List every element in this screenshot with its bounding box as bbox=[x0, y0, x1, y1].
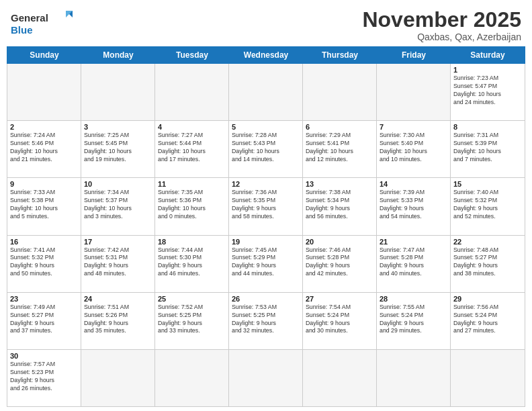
cell-info: Sunrise: 7:55 AM Sunset: 5:24 PM Dayligh… bbox=[380, 304, 447, 336]
calendar-row-1: 2Sunrise: 7:24 AM Sunset: 5:46 PM Daylig… bbox=[7, 121, 525, 178]
calendar-cell: 15Sunrise: 7:40 AM Sunset: 5:32 PM Dayli… bbox=[451, 178, 525, 234]
cell-info: Sunrise: 7:33 AM Sunset: 5:38 PM Dayligh… bbox=[10, 189, 78, 221]
cell-info: Sunrise: 7:51 AM Sunset: 5:26 PM Dayligh… bbox=[84, 304, 152, 336]
day-number: 19 bbox=[232, 238, 300, 246]
cell-info: Sunrise: 7:25 AM Sunset: 5:45 PM Dayligh… bbox=[84, 132, 152, 164]
calendar-cell bbox=[229, 64, 303, 120]
calendar-cell bbox=[7, 64, 81, 120]
calendar-cell bbox=[377, 64, 451, 120]
day-number: 3 bbox=[84, 123, 152, 131]
calendar-cell: 5Sunrise: 7:28 AM Sunset: 5:43 PM Daylig… bbox=[229, 121, 303, 177]
cell-info: Sunrise: 7:34 AM Sunset: 5:37 PM Dayligh… bbox=[84, 189, 152, 221]
day-number: 11 bbox=[158, 180, 226, 188]
calendar-row-0: 1Sunrise: 7:23 AM Sunset: 5:47 PM Daylig… bbox=[7, 64, 525, 121]
cell-info: Sunrise: 7:23 AM Sunset: 5:47 PM Dayligh… bbox=[453, 75, 522, 107]
day-number: 1 bbox=[453, 66, 522, 74]
calendar: SundayMondayTuesdayWednesdayThursdayFrid… bbox=[0, 46, 532, 411]
calendar-cell: 17Sunrise: 7:42 AM Sunset: 5:31 PM Dayli… bbox=[81, 236, 155, 292]
weekday-header-wednesday: Wednesday bbox=[229, 47, 303, 63]
calendar-cell: 21Sunrise: 7:47 AM Sunset: 5:28 PM Dayli… bbox=[377, 236, 451, 292]
day-number: 26 bbox=[232, 295, 300, 303]
day-number: 10 bbox=[84, 180, 152, 188]
cell-info: Sunrise: 7:45 AM Sunset: 5:29 PM Dayligh… bbox=[232, 246, 300, 279]
day-number: 24 bbox=[84, 295, 152, 303]
calendar-cell: 19Sunrise: 7:45 AM Sunset: 5:29 PM Dayli… bbox=[229, 236, 303, 292]
calendar-cell: 14Sunrise: 7:39 AM Sunset: 5:33 PM Dayli… bbox=[377, 178, 451, 234]
day-number: 8 bbox=[453, 123, 522, 131]
cell-info: Sunrise: 7:42 AM Sunset: 5:31 PM Dayligh… bbox=[84, 246, 152, 279]
cell-info: Sunrise: 7:49 AM Sunset: 5:27 PM Dayligh… bbox=[10, 304, 78, 336]
cell-info: Sunrise: 7:53 AM Sunset: 5:25 PM Dayligh… bbox=[232, 304, 300, 336]
cell-info: Sunrise: 7:56 AM Sunset: 5:24 PM Dayligh… bbox=[453, 304, 522, 336]
day-number: 5 bbox=[232, 123, 300, 131]
day-number: 2 bbox=[10, 123, 78, 131]
subtitle: Qaxbas, Qax, Azerbaijan bbox=[362, 32, 521, 42]
calendar-cell: 18Sunrise: 7:44 AM Sunset: 5:30 PM Dayli… bbox=[155, 236, 229, 292]
cell-info: Sunrise: 7:44 AM Sunset: 5:30 PM Dayligh… bbox=[158, 246, 226, 279]
calendar-cell: 26Sunrise: 7:53 AM Sunset: 5:25 PM Dayli… bbox=[229, 293, 303, 349]
weekday-header-saturday: Saturday bbox=[451, 47, 525, 63]
weekday-header-friday: Friday bbox=[377, 47, 451, 63]
day-number: 20 bbox=[306, 238, 373, 246]
cell-info: Sunrise: 7:47 AM Sunset: 5:28 PM Dayligh… bbox=[380, 246, 447, 279]
calendar-cell: 13Sunrise: 7:38 AM Sunset: 5:34 PM Dayli… bbox=[303, 178, 377, 234]
calendar-cell: 12Sunrise: 7:36 AM Sunset: 5:35 PM Dayli… bbox=[229, 178, 303, 234]
cell-info: Sunrise: 7:40 AM Sunset: 5:32 PM Dayligh… bbox=[453, 189, 522, 221]
calendar-cell: 9Sunrise: 7:33 AM Sunset: 5:38 PM Daylig… bbox=[7, 178, 81, 234]
calendar-cell: 20Sunrise: 7:46 AM Sunset: 5:28 PM Dayli… bbox=[303, 236, 377, 292]
calendar-cell: 8Sunrise: 7:31 AM Sunset: 5:39 PM Daylig… bbox=[451, 121, 525, 177]
calendar-cell: 16Sunrise: 7:41 AM Sunset: 5:32 PM Dayli… bbox=[7, 236, 81, 292]
weekday-header-sunday: Sunday bbox=[7, 47, 81, 63]
day-number: 14 bbox=[380, 180, 447, 188]
calendar-cell bbox=[229, 350, 303, 406]
svg-text:Blue: Blue bbox=[11, 24, 33, 36]
cell-info: Sunrise: 7:29 AM Sunset: 5:41 PM Dayligh… bbox=[306, 132, 373, 164]
cell-info: Sunrise: 7:24 AM Sunset: 5:46 PM Dayligh… bbox=[10, 132, 78, 164]
cell-info: Sunrise: 7:46 AM Sunset: 5:28 PM Dayligh… bbox=[306, 246, 373, 279]
calendar-cell: 30Sunrise: 7:57 AM Sunset: 5:23 PM Dayli… bbox=[7, 350, 81, 406]
cell-info: Sunrise: 7:39 AM Sunset: 5:33 PM Dayligh… bbox=[380, 189, 447, 221]
calendar-cell: 24Sunrise: 7:51 AM Sunset: 5:26 PM Dayli… bbox=[81, 293, 155, 349]
calendar-row-4: 23Sunrise: 7:49 AM Sunset: 5:27 PM Dayli… bbox=[7, 293, 525, 350]
title-block: November 2025 Qaxbas, Qax, Azerbaijan bbox=[362, 8, 521, 42]
day-number: 25 bbox=[158, 295, 226, 303]
calendar-cell: 2Sunrise: 7:24 AM Sunset: 5:46 PM Daylig… bbox=[7, 121, 81, 177]
weekday-header-thursday: Thursday bbox=[303, 47, 377, 63]
calendar-cell bbox=[155, 64, 229, 120]
calendar-cell: 29Sunrise: 7:56 AM Sunset: 5:24 PM Dayli… bbox=[451, 293, 525, 349]
day-number: 18 bbox=[158, 238, 226, 246]
cell-info: Sunrise: 7:38 AM Sunset: 5:34 PM Dayligh… bbox=[306, 189, 373, 221]
cell-info: Sunrise: 7:52 AM Sunset: 5:25 PM Dayligh… bbox=[158, 304, 226, 336]
calendar-cell: 23Sunrise: 7:49 AM Sunset: 5:27 PM Dayli… bbox=[7, 293, 81, 349]
cell-info: Sunrise: 7:30 AM Sunset: 5:40 PM Dayligh… bbox=[380, 132, 447, 164]
calendar-body: 1Sunrise: 7:23 AM Sunset: 5:47 PM Daylig… bbox=[7, 64, 525, 407]
header: General Blue November 2025 Qaxbas, Qax, … bbox=[0, 0, 532, 46]
calendar-cell bbox=[155, 350, 229, 406]
cell-info: Sunrise: 7:27 AM Sunset: 5:44 PM Dayligh… bbox=[158, 132, 226, 164]
calendar-cell bbox=[81, 350, 155, 406]
calendar-cell: 27Sunrise: 7:54 AM Sunset: 5:24 PM Dayli… bbox=[303, 293, 377, 349]
logo: General Blue bbox=[11, 8, 78, 38]
page: General Blue November 2025 Qaxbas, Qax, … bbox=[0, 0, 532, 411]
calendar-cell: 25Sunrise: 7:52 AM Sunset: 5:25 PM Dayli… bbox=[155, 293, 229, 349]
cell-info: Sunrise: 7:54 AM Sunset: 5:24 PM Dayligh… bbox=[306, 304, 373, 336]
cell-info: Sunrise: 7:35 AM Sunset: 5:36 PM Dayligh… bbox=[158, 189, 226, 221]
calendar-row-3: 16Sunrise: 7:41 AM Sunset: 5:32 PM Dayli… bbox=[7, 236, 525, 293]
day-number: 21 bbox=[380, 238, 447, 246]
cell-info: Sunrise: 7:31 AM Sunset: 5:39 PM Dayligh… bbox=[453, 132, 522, 164]
day-number: 27 bbox=[306, 295, 373, 303]
calendar-cell: 1Sunrise: 7:23 AM Sunset: 5:47 PM Daylig… bbox=[451, 64, 525, 120]
cell-info: Sunrise: 7:41 AM Sunset: 5:32 PM Dayligh… bbox=[10, 246, 78, 279]
day-number: 30 bbox=[10, 352, 78, 360]
calendar-cell: 4Sunrise: 7:27 AM Sunset: 5:44 PM Daylig… bbox=[155, 121, 229, 177]
calendar-cell: 10Sunrise: 7:34 AM Sunset: 5:37 PM Dayli… bbox=[81, 178, 155, 234]
cell-info: Sunrise: 7:36 AM Sunset: 5:35 PM Dayligh… bbox=[232, 189, 300, 221]
day-number: 9 bbox=[10, 180, 78, 188]
calendar-header: SundayMondayTuesdayWednesdayThursdayFrid… bbox=[7, 46, 525, 64]
cell-info: Sunrise: 7:57 AM Sunset: 5:23 PM Dayligh… bbox=[10, 361, 78, 393]
weekday-header-tuesday: Tuesday bbox=[155, 47, 229, 63]
day-number: 15 bbox=[453, 180, 522, 188]
day-number: 7 bbox=[380, 123, 447, 131]
weekday-header-monday: Monday bbox=[81, 47, 155, 63]
calendar-row-2: 9Sunrise: 7:33 AM Sunset: 5:38 PM Daylig… bbox=[7, 178, 525, 235]
